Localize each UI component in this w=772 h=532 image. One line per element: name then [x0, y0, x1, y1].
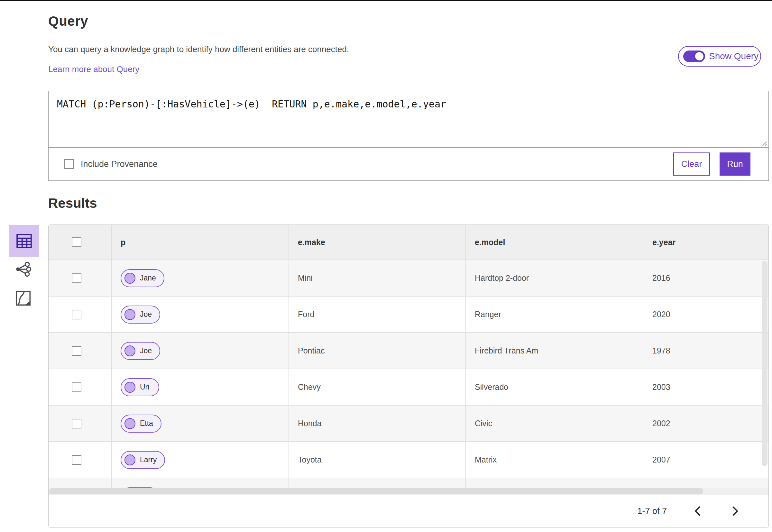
previous-page-button[interactable]: [691, 505, 704, 518]
table-view-icon: [16, 234, 32, 248]
toggle-knob: [694, 51, 704, 61]
query-editor-footer: Include Provenance Clear Run: [49, 148, 768, 180]
results-heading: Results: [48, 196, 97, 211]
table-row: Uri Chevy Silverado 2003: [49, 369, 768, 406]
link-chart-view-icon: [15, 261, 32, 278]
table-row: Joe Ford Ranger 2020: [49, 297, 768, 333]
pagination-range: 1-7 of 7: [637, 506, 667, 516]
resize-grip-icon[interactable]: [759, 139, 767, 146]
row-checkbox[interactable]: [72, 419, 81, 428]
table-header-row: p e.make e.model e.year: [49, 225, 769, 260]
select-all-checkbox[interactable]: [72, 237, 81, 247]
clear-button[interactable]: Clear: [673, 152, 710, 176]
view-map-button[interactable]: [14, 289, 33, 308]
row-checkbox[interactable]: [72, 273, 81, 283]
column-header-make[interactable]: e.make: [289, 225, 466, 260]
entity-pill[interactable]: Larry: [121, 451, 165, 469]
vertical-scrollbar-thumb[interactable]: [762, 261, 767, 466]
table-row-partial: [49, 478, 768, 488]
entity-node-icon: [124, 345, 135, 356]
entity-node-icon: [124, 454, 135, 465]
entity-pill[interactable]: Etta: [121, 415, 161, 433]
table-row: Larry Toyota Matrix 2007: [49, 442, 768, 478]
table-body: Jane Mini Hardtop 2-door 2016 Joe Ford R…: [49, 260, 768, 488]
window-top-edge: [0, 0, 772, 1]
entity-node-icon: [124, 273, 135, 284]
row-checkbox[interactable]: [72, 382, 81, 392]
entity-node-icon: [124, 309, 135, 320]
page-description: You can query a knowledge graph to ident…: [48, 44, 349, 54]
show-query-toggle[interactable]: Show Query: [678, 46, 761, 67]
entity-pill[interactable]: Joe: [121, 342, 160, 360]
column-header-year[interactable]: e.year: [643, 225, 763, 260]
table-row: Etta Honda Civic 2002: [49, 406, 768, 442]
chevron-right-icon: [731, 506, 739, 517]
view-table-button[interactable]: [9, 225, 39, 257]
entity-pill[interactable]: Joe: [121, 306, 160, 324]
entity-pill[interactable]: Jane: [121, 269, 164, 287]
show-query-label: Show Query: [709, 51, 758, 61]
entity-node-icon: [124, 418, 135, 429]
learn-more-link[interactable]: Learn more about Query: [48, 64, 139, 74]
results-table-card: p e.make e.model e.year Jane Mini Hardto…: [48, 225, 769, 527]
query-editor-card: MATCH (p:Person)-[:HasVehicle]->(e) RETU…: [48, 91, 769, 181]
toggle-switch-icon[interactable]: [683, 50, 705, 62]
row-checkbox[interactable]: [72, 346, 81, 356]
entity-pill[interactable]: Uri: [121, 378, 159, 396]
query-page: Query You can query a knowledge graph to…: [0, 0, 772, 532]
chevron-left-icon: [694, 506, 702, 517]
next-page-button[interactable]: [729, 505, 741, 518]
table-footer: 1-7 of 7: [49, 495, 768, 527]
column-header-p[interactable]: p: [112, 225, 289, 260]
include-provenance-checkbox[interactable]: [64, 159, 74, 169]
horizontal-scrollbar[interactable]: [49, 488, 768, 495]
include-provenance-label: Include Provenance: [81, 159, 158, 169]
horizontal-scrollbar-thumb[interactable]: [49, 488, 703, 494]
map-view-icon: [15, 290, 31, 306]
query-input[interactable]: MATCH (p:Person)-[:HasVehicle]->(e) RETU…: [49, 91, 768, 148]
page-title: Query: [48, 14, 88, 29]
run-button[interactable]: Run: [720, 152, 750, 176]
table-row: Jane Mini Hardtop 2-door 2016: [49, 260, 768, 297]
row-checkbox[interactable]: [72, 455, 81, 465]
column-header-model[interactable]: e.model: [466, 225, 643, 260]
entity-node-icon: [124, 382, 135, 393]
view-link-chart-button[interactable]: [14, 260, 33, 279]
row-checkbox[interactable]: [72, 310, 81, 319]
table-row: Joe Pontiac Firebird Trans Am 1978: [49, 333, 768, 369]
